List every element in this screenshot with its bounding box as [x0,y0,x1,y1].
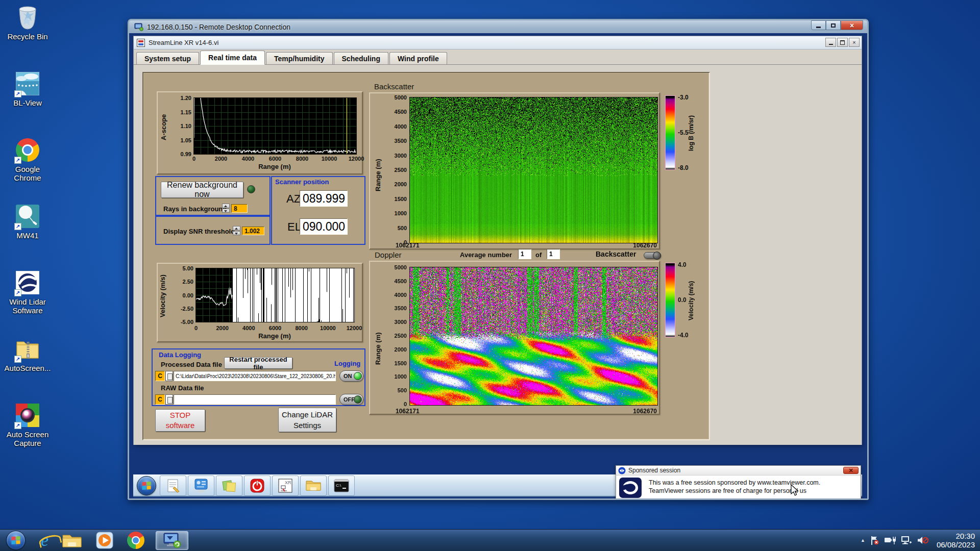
axis-tick: 0 [404,401,407,407]
backscatter-overlay-label: Backscatter [596,250,636,258]
teamviewer-popup-title: Sponsored session [628,467,680,474]
show-hidden-icons-button[interactable]: ▲ [861,538,865,543]
processed-drive-selector[interactable]: C [155,371,165,381]
teamviewer-popup-titlebar[interactable]: Sponsored session ✕ [616,466,861,475]
rdp-close-button[interactable]: × [841,20,863,30]
google-chrome-icon: ↗ [15,137,40,163]
tab-real-time-data[interactable]: Real time data [200,51,265,65]
snr-value-field[interactable]: 1.002 [242,227,264,235]
taskbar-button-google-chrome[interactable] [127,530,144,551]
labview-maximize-button[interactable] [837,38,848,47]
doppler-y-axis-label: Range (m) [374,318,382,379]
remote-taskbar-sticky-notes[interactable] [216,475,242,496]
desktop-icon-bl-view[interactable]: ↗BL-View [3,67,52,134]
remote-taskbar-start-orb[interactable] [135,476,158,495]
shortcut-arrow-icon: ↗ [14,289,21,296]
desktop-icon-auto-screen-capture[interactable]: ↗Auto Screen Capture [3,399,52,465]
axis-tick: 4000 [242,325,255,331]
autoscreen-zip-icon: ↗ [15,336,40,362]
axis-tick: 1.10 [181,123,191,129]
axis-tick: 4000 [395,292,407,298]
axis-tick: 2000 [216,325,228,331]
axis-tick: 0 [192,156,195,162]
processed-file-row: C C:\Lidar\Data\Proc\2023\202308\2023080… [153,371,364,382]
axis-tick: 1.15 [181,109,191,115]
axis-tick: 500 [398,387,407,393]
remote-taskbar-notepad[interactable] [160,475,186,496]
axis-tick: -5.00 [181,319,193,325]
remote-taskbar-shutdown-tool[interactable] [244,475,271,496]
taskbar-button-internet-explorer[interactable]: e [41,530,48,551]
backscatter-overlay-toggle[interactable] [644,252,661,259]
remote-taskbar-command-prompt[interactable]: C:\ [328,475,355,496]
processed-logging-toggle[interactable]: ON [339,370,363,382]
taskbar-button-windows-explorer[interactable] [62,530,82,551]
remote-taskbar-streamline-xr-vi[interactable]: XR [272,475,299,496]
ascope-plot-area[interactable] [193,97,357,155]
average-total-field[interactable]: 1 [547,249,560,259]
renew-background-button[interactable]: Renew background now [161,182,243,198]
stop-software-button[interactable]: STOPsoftware [155,409,205,432]
desktop-icon-wind-lidar-software[interactable]: ↗Wind Lidar Software [3,266,52,333]
rays-value-field[interactable]: 8 [231,204,248,213]
taskbar-button-windows-media-player[interactable] [95,530,114,551]
browse-file-icon[interactable] [165,394,173,405]
remote-taskbar-folder[interactable] [300,475,327,496]
snr-spinner[interactable] [233,226,240,235]
shortcut-arrow-icon: ↗ [14,90,21,97]
labview-titlebar[interactable]: StreamLine XR v14-6.vi × [134,36,862,49]
desktop-icon-mw41[interactable]: ↗MW41 [3,200,52,266]
rdp-window: 192.168.0.150 - Remote Desktop Connectio… [128,19,869,500]
labview-caption-buttons: × [825,38,860,47]
doppler-colorbar-label: Velocity (m/s) [688,270,695,331]
of-label: of [535,251,542,259]
action-center-icon[interactable] [870,535,879,545]
az-value-field[interactable]: 089.999 [300,190,348,207]
axis-tick: -3.0 [678,94,689,101]
axis-tick: 5000 [395,94,407,101]
desktop-icon-google-chrome[interactable]: ↗Google Chrome [3,134,52,200]
taskbar-clock[interactable]: 20:30 06/08/2023 [934,532,975,549]
remote-taskbar-control-panel[interactable] [188,475,214,496]
processed-data-file-label: Processed Data file [161,361,222,368]
svg-text:C:\: C:\ [336,483,341,488]
axis-tick: 10000 [320,325,336,331]
processed-path-field[interactable]: C:\Lidar\Data\Proc\2023\202308\20230806\… [174,371,336,381]
ascope-y-ticks: 1.201.151.101.050.99 [169,98,191,154]
average-number-field[interactable]: 1 [518,249,531,259]
power-battery-icon[interactable] [884,536,896,545]
teamviewer-close-button[interactable]: ✕ [843,467,859,474]
axis-tick: 5000 [395,264,407,270]
axis-tick: 1.05 [181,137,191,143]
desktop-icon-list: Recycle Bin↗BL-View↗Google Chrome↗MW41↗W… [3,1,52,465]
tab-temp-humidity[interactable]: Temp/humidity [266,52,333,64]
change-lidar-settings-button[interactable]: Change LiDARSettings [278,408,336,432]
restart-processed-file-button[interactable]: Restart processed file [224,357,292,369]
velocity-x-ticks: 020004000600080001000012000 [196,325,354,331]
tab-system-setup[interactable]: System setup [136,52,199,64]
labview-minimize-button[interactable] [825,38,836,47]
axis-tick: 3000 [395,153,407,159]
rdp-minimize-button[interactable] [811,20,826,30]
taskbar-button-start-orb[interactable] [4,530,28,551]
rdp-maximize-button[interactable] [826,20,841,30]
browse-file-icon[interactable] [165,371,173,381]
volume-muted-icon[interactable] [917,536,929,545]
tab-scheduling[interactable]: Scheduling [334,52,388,64]
raw-logging-toggle[interactable]: OFF [339,394,363,405]
tab-wind-profile[interactable]: Wind profile [389,52,447,64]
raw-drive-selector[interactable]: C [155,394,165,405]
network-icon[interactable] [901,536,912,545]
desktop-icon-label: Google Chrome [4,165,51,182]
axis-tick: 3500 [395,305,407,311]
desktop-icon-autoscreen-zip[interactable]: ↗AutoScreen... [3,333,52,399]
rays-spinner[interactable] [222,204,230,213]
rdp-titlebar[interactable]: 192.168.0.150 - Remote Desktop Connectio… [129,20,867,33]
taskbar-button-remote-desktop[interactable] [156,531,188,550]
raw-path-field[interactable] [174,394,336,405]
el-value-field[interactable]: 090.000 [300,218,348,235]
data-logging-title: Data Logging [159,351,201,359]
desktop-icon-recycle-bin[interactable]: Recycle Bin [3,1,52,67]
labview-close-button[interactable]: × [849,38,860,47]
doppler-section-title: Doppler [375,251,402,259]
